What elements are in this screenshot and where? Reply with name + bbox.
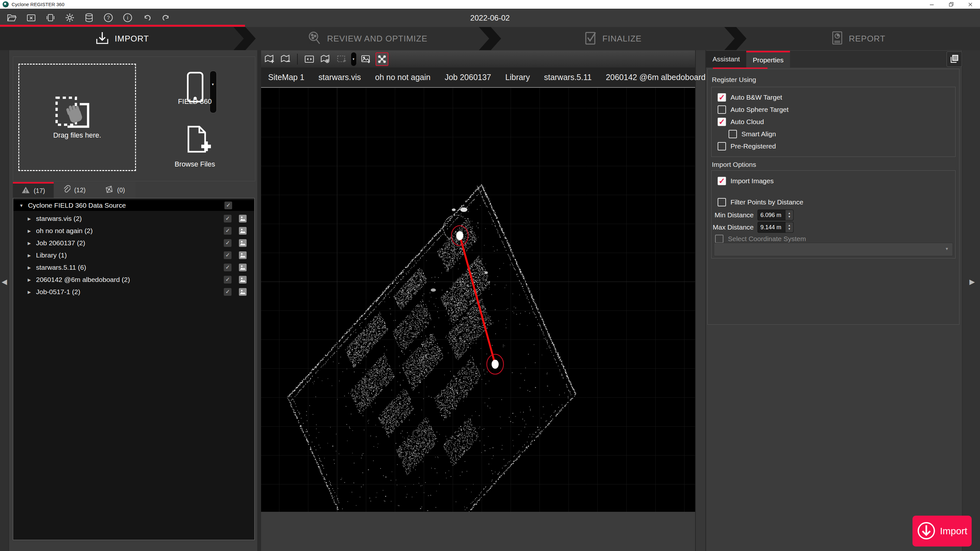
step-down-icon[interactable]: ▼ [788, 215, 791, 219]
tree-item[interactable]: ▶Library (1)✓ [13, 249, 254, 261]
workflow-step-report[interactable]: REPORT [736, 27, 980, 50]
register-option-row[interactable]: Smart Align [729, 129, 776, 139]
image-thumbnail-icon[interactable] [239, 227, 247, 235]
point-cloud-canvas[interactable] [261, 88, 695, 512]
zoom-slider[interactable]: ▼ [351, 52, 356, 66]
tree-item[interactable]: ▶Job-0517-1 (2)✓ [13, 286, 254, 298]
slider-thumb-icon[interactable]: ▼ [352, 57, 355, 61]
image-thumbnail-icon[interactable] [239, 263, 247, 272]
min-distance-input[interactable]: 6.096 m ▲▼ [757, 210, 794, 221]
image-thumbnail-icon[interactable] [239, 275, 247, 284]
expand-arrow-icon[interactable]: ▶ [28, 265, 31, 270]
import-circle-arrow-icon [917, 521, 936, 541]
add-sitemap-icon[interactable] [263, 52, 276, 66]
register-option-row[interactable]: Auto Sphere Target [718, 105, 789, 114]
link-setups-icon[interactable] [375, 52, 388, 66]
tab-warnings[interactable]: (17) [13, 182, 54, 198]
slider-handle-icon[interactable]: ▼ [211, 83, 215, 86]
tab-properties[interactable]: Properties [746, 51, 790, 68]
remove-sitemap-icon[interactable] [279, 52, 292, 66]
import-button[interactable]: Import [913, 516, 972, 546]
max-distance-stepper[interactable]: ▲▼ [785, 222, 793, 232]
register-option-checkbox[interactable] [718, 118, 726, 126]
restore-button[interactable] [942, 0, 961, 9]
tree-item[interactable]: ▶2060142 @6m albedoboard (2)✓ [13, 273, 254, 286]
import-images-row[interactable]: Import Images [718, 176, 773, 186]
step-down-icon[interactable]: ▼ [788, 227, 791, 231]
image-thumbnail-icon[interactable] [239, 288, 247, 296]
browse-files-icon[interactable] [186, 125, 212, 158]
workflow-step-review-and-optimize[interactable]: REVIEW AND OPTIMIZE [245, 27, 489, 50]
minimize-button[interactable] [922, 0, 942, 9]
register-option-checkbox[interactable] [718, 105, 726, 114]
item-checkbox[interactable]: ✓ [224, 227, 232, 235]
register-option-row[interactable]: Auto B&W Target [718, 92, 782, 102]
register-option-checkbox[interactable] [729, 130, 737, 138]
sitemap-tab[interactable]: Library [498, 68, 537, 87]
collapse-arrow-icon[interactable]: ▼ [19, 203, 24, 208]
tree-item[interactable]: ▶Job 2060137 (2)✓ [13, 237, 254, 249]
cascade-windows-icon[interactable] [947, 51, 962, 67]
item-checkbox[interactable]: ✓ [224, 288, 232, 296]
workflow-step-import[interactable]: IMPORT [0, 27, 244, 50]
sitemap-tab[interactable]: starwars.5.11 [537, 68, 599, 87]
sitemap-location-icon[interactable] [319, 52, 332, 66]
source-list-tabs: (17) (12) (0) [13, 182, 135, 198]
sitemap-tab[interactable]: SiteMap 1 [261, 68, 312, 87]
image-thumbnail-icon[interactable] [239, 251, 247, 259]
tree-item[interactable]: ▶oh no not again (2)✓ [13, 225, 254, 237]
sitemap-tab[interactable]: 2060142 @6m albedoboard [599, 68, 713, 87]
step-up-icon[interactable]: ▲ [788, 211, 791, 215]
expand-arrow-icon[interactable]: ▶ [28, 216, 31, 221]
point-cloud-viewport[interactable] [261, 88, 695, 512]
expand-arrow-icon[interactable]: ▶ [28, 278, 31, 282]
tab-assistant[interactable]: Assistant [706, 51, 746, 68]
field360-slider[interactable]: ▼ [210, 71, 217, 113]
root-checkbox[interactable]: ✓ [224, 202, 232, 209]
expand-arrow-icon[interactable]: ▶ [28, 253, 31, 258]
collapse-left-panel-arrow[interactable]: ◀ [2, 278, 7, 286]
tree-item[interactable]: ▶starwars.5.11 (6)✓ [13, 261, 254, 273]
filter-points-checkbox[interactable] [718, 198, 726, 206]
report-doc-icon [831, 30, 844, 47]
expand-arrow-icon[interactable]: ▶ [28, 229, 31, 233]
sitemap-tab[interactable]: starwars.vis [312, 68, 368, 87]
tree-root-row[interactable]: ▼ Cyclone FIELD 360 Data Source ✓ [13, 200, 254, 211]
filter-points-row[interactable]: Filter Points by Distance [718, 197, 803, 207]
image-thumbnail-icon[interactable] [239, 239, 247, 247]
image-thumbnail-icon[interactable] [239, 214, 247, 223]
register-option-row[interactable]: Auto Cloud [718, 117, 764, 127]
right-splitter[interactable] [695, 50, 706, 551]
item-checkbox[interactable]: ✓ [224, 264, 232, 272]
sitemap-tab[interactable]: oh no not again [368, 68, 438, 87]
import-images-checkbox[interactable] [718, 177, 726, 185]
warning-triangle-icon [22, 186, 30, 195]
step-up-icon[interactable]: ▲ [788, 224, 791, 227]
tree-item[interactable]: ▶starwars.vis (2)✓ [13, 213, 254, 225]
coordinate-system-checkbox[interactable] [715, 235, 724, 243]
expand-arrow-icon[interactable]: ▶ [28, 290, 31, 294]
min-distance-stepper[interactable]: ▲▼ [785, 210, 793, 220]
export-image-icon[interactable] [360, 52, 372, 66]
sitemap-tab[interactable]: Job 2060137 [438, 68, 498, 87]
title-bar: Cyclone REGISTER 360 [0, 0, 980, 9]
tab-bundles[interactable]: (0) [94, 182, 135, 198]
workflow-step-finalize[interactable]: FINALIZE [491, 27, 735, 50]
close-button[interactable] [961, 0, 980, 9]
item-checkbox[interactable]: ✓ [224, 239, 232, 247]
item-checkbox[interactable]: ✓ [224, 251, 232, 259]
coordinate-system-dropdown: ▼ [714, 243, 953, 256]
register-option-checkbox[interactable] [718, 93, 726, 102]
expand-arrow-icon[interactable]: ▶ [28, 241, 31, 246]
max-distance-input[interactable]: 9.144 m ▲▼ [757, 222, 794, 233]
item-checkbox[interactable]: ✓ [224, 215, 232, 222]
register-option-label: Pre-Registered [730, 143, 776, 150]
left-splitter[interactable] [257, 50, 261, 551]
register-option-checkbox[interactable] [718, 142, 726, 151]
register-option-row[interactable]: Pre-Registered [718, 141, 776, 151]
tree-item-label: 2060142 @6m albedoboard (2) [36, 276, 224, 284]
collapse-right-panel-arrow[interactable]: ▶ [969, 278, 975, 286]
item-checkbox[interactable]: ✓ [224, 276, 232, 284]
sitemap-image-icon[interactable] [303, 52, 316, 66]
tab-attachments[interactable]: (12) [54, 182, 94, 198]
